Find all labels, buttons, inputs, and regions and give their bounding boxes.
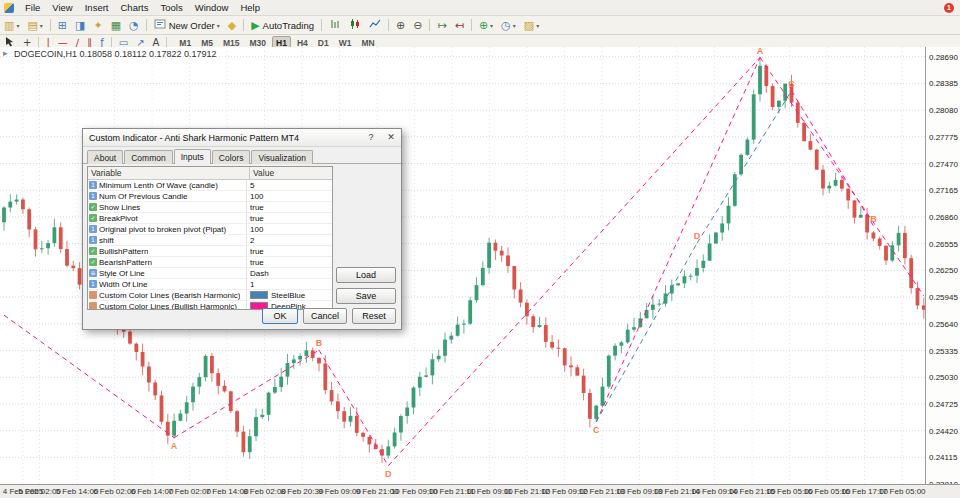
navigator-button[interactable]: ✦ xyxy=(90,17,105,34)
input-row[interactable]: 1Num Of Previous Candle100 xyxy=(88,191,332,202)
variable-name: shift xyxy=(99,236,114,245)
price-label: 0.27470 xyxy=(929,160,958,169)
value-cell[interactable]: true xyxy=(247,214,332,223)
new-chart-button[interactable]: ▥▾ xyxy=(1,17,22,34)
toolbar-separator xyxy=(321,19,322,31)
value-cell[interactable]: true xyxy=(247,203,332,212)
ok-button[interactable]: OK xyxy=(262,308,298,324)
one-click-trading-toggle[interactable]: ▸ xyxy=(3,48,8,58)
input-row[interactable]: ✓BullishPatterntrue xyxy=(88,246,332,257)
pattern-label-B1: B xyxy=(316,338,323,348)
tab-about[interactable]: About xyxy=(87,150,123,164)
time-label: 8 Feb 20:30 xyxy=(281,487,324,496)
data-window-icon: ◨ xyxy=(75,19,85,32)
metaeditor-button[interactable]: ◆ xyxy=(225,17,239,34)
variable-name: Style Of Line xyxy=(99,269,145,278)
input-row[interactable]: 1Original pivot to broken pivot (Pipat)1… xyxy=(88,224,332,235)
templates-button[interactable]: ▨▾ xyxy=(521,17,542,34)
variable-cell: ✓Show Lines xyxy=(88,202,247,212)
menu-tools[interactable]: Tools xyxy=(154,0,188,15)
chart-shift-button[interactable]: ↤ xyxy=(452,17,467,34)
numeric-type-icon: 1 xyxy=(89,280,97,288)
indicators-caret-icon[interactable]: ▾ xyxy=(490,22,493,29)
reset-button[interactable]: Reset xyxy=(352,308,396,324)
menu-help[interactable]: Help xyxy=(234,0,266,15)
new-chart-caret-icon[interactable]: ▾ xyxy=(16,22,19,29)
value-cell[interactable]: SteelBlue xyxy=(247,291,332,300)
menu-view[interactable]: View xyxy=(46,0,78,15)
menu-insert[interactable]: Insert xyxy=(79,0,115,15)
input-row[interactable]: ✓Show Linestrue xyxy=(88,202,332,213)
new-order-button[interactable]: New Order▾ xyxy=(151,17,223,34)
variable-name: BullishPattern xyxy=(99,247,148,256)
toolbar-separator xyxy=(429,19,430,31)
tab-common[interactable]: Common xyxy=(124,150,172,164)
price-axis[interactable]: 0.286900.283850.280800.277750.274700.271… xyxy=(925,47,960,485)
zoom-in-icon: ⊕ xyxy=(396,19,405,32)
value-cell[interactable]: Dash xyxy=(247,269,332,278)
tab-colors[interactable]: Colors xyxy=(212,150,251,164)
bar-chart-mode-icon xyxy=(329,18,341,33)
variable-cell: ✓BearishPattern xyxy=(88,257,247,267)
variable-name: Show Lines xyxy=(99,203,140,212)
candlestick-mode-button[interactable] xyxy=(346,17,364,34)
templates-caret-icon[interactable]: ▾ xyxy=(536,22,539,29)
menu-window[interactable]: Window xyxy=(189,0,235,15)
dialog-close-button[interactable]: ✕ xyxy=(381,129,401,146)
new-order-caret-icon[interactable]: ▾ xyxy=(217,22,220,29)
time-axis[interactable]: 4 Feb 20255 Feb 02:005 Feb 14:006 Feb 02… xyxy=(0,484,960,498)
menu-charts[interactable]: Charts xyxy=(115,0,155,15)
profiles-caret-icon[interactable]: ▾ xyxy=(40,22,43,29)
input-row[interactable]: ✓BearishPatterntrue xyxy=(88,257,332,268)
variable-cell: ≡Style Of Line xyxy=(88,268,247,278)
value-cell[interactable]: 1 xyxy=(247,280,332,289)
indicators-button[interactable]: ⊕▾ xyxy=(476,17,496,34)
inputs-table[interactable]: Variable Value 1Minimum Lenth Of Wave (c… xyxy=(87,166,333,310)
profiles-button[interactable]: ▤▾ xyxy=(24,17,45,34)
input-row[interactable]: ≡Style Of LineDash xyxy=(88,268,332,279)
tab-visualization[interactable]: Visualization xyxy=(251,150,313,164)
cancel-button[interactable]: Cancel xyxy=(303,308,347,324)
menu-file[interactable]: File xyxy=(19,0,46,15)
price-label: 0.24420 xyxy=(929,427,958,436)
indicator-properties-dialog: Custom Indicator - Anti Shark Harmonic P… xyxy=(82,128,402,330)
price-label: 0.26555 xyxy=(929,240,958,249)
value-cell[interactable]: 100 xyxy=(247,225,332,234)
bar-chart-mode-button[interactable] xyxy=(326,17,344,34)
input-row[interactable]: Custom Color Lines (Bearish Harmonic)Ste… xyxy=(88,290,332,301)
zoom-in-button[interactable]: ⊕ xyxy=(393,17,408,34)
price-label: 0.25945 xyxy=(929,293,958,302)
tab-inputs[interactable]: Inputs xyxy=(174,149,211,164)
input-row[interactable]: 1shift2 xyxy=(88,235,332,246)
timeframes-menu-button[interactable]: ◷▾ xyxy=(498,17,519,34)
zoom-out-icon: ⊖ xyxy=(413,19,422,32)
input-row[interactable]: ✓BreakPivottrue xyxy=(88,213,332,224)
value-cell[interactable]: 5 xyxy=(247,181,332,190)
dialog-title-bar[interactable]: Custom Indicator - Anti Shark Harmonic P… xyxy=(83,129,401,147)
value-cell[interactable]: 100 xyxy=(247,192,332,201)
terminal-button[interactable]: ▦ xyxy=(108,17,124,34)
load-button[interactable]: Load xyxy=(336,267,396,283)
value-cell[interactable]: 2 xyxy=(247,236,332,245)
value-cell[interactable]: true xyxy=(247,258,332,267)
value-cell[interactable]: true xyxy=(247,247,332,256)
input-row[interactable]: 1Minimum Lenth Of Wave (candle)5 xyxy=(88,180,332,191)
variable-cell: Custom Color Lines (Bullish Harmonic) xyxy=(88,301,247,310)
price-label: 0.25640 xyxy=(929,320,958,329)
strategy-tester-button[interactable]: ◔ xyxy=(126,17,142,34)
standard-toolbar: ▥▾▤▾⊞◨✦▦◔New Order▾◆▶AutoTrading⊕⊖↦↤⊕▾◷▾… xyxy=(0,16,960,35)
input-row[interactable]: 1Width Of Line1 xyxy=(88,279,332,290)
dialog-help-button[interactable]: ? xyxy=(361,129,381,146)
market-watch-button[interactable]: ⊞ xyxy=(55,17,70,34)
time-label: 6 Feb 02:00 xyxy=(93,487,136,496)
data-window-button[interactable]: ◨ xyxy=(72,17,88,34)
auto-scroll-button[interactable]: ↦ xyxy=(434,17,449,34)
dialog-side-buttons: Load Save xyxy=(336,267,396,304)
line-chart-mode-button[interactable] xyxy=(366,17,384,34)
timeframes-menu-caret-icon[interactable]: ▾ xyxy=(513,22,516,29)
save-button[interactable]: Save xyxy=(336,288,396,304)
notification-badge[interactable]: 1 xyxy=(944,3,954,13)
autotrading-button[interactable]: ▶AutoTrading xyxy=(248,17,317,34)
metaeditor-icon: ◆ xyxy=(228,19,236,32)
zoom-out-button[interactable]: ⊖ xyxy=(410,17,425,34)
